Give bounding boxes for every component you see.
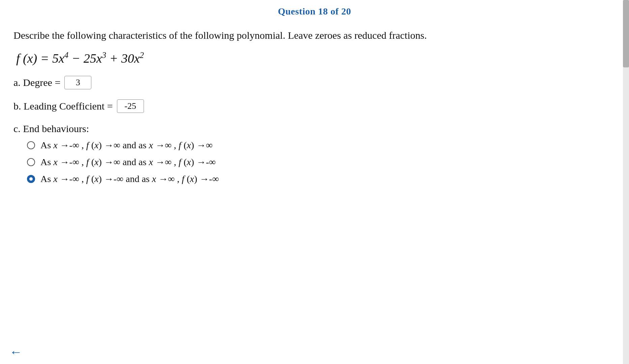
- main-content: Describe the following characteristics o…: [0, 20, 629, 364]
- polynomial-text: f (x) = 5x4 − 25x3 + 30x2: [16, 51, 144, 65]
- radio-circle-3[interactable]: [27, 175, 35, 183]
- scrollbar-track[interactable]: [623, 0, 629, 364]
- degree-input[interactable]: 3: [64, 76, 91, 89]
- question-header: Question 18 of 20: [0, 0, 629, 20]
- page-container: Question 18 of 20 Describe the following…: [0, 0, 629, 364]
- part-b-text: b. Leading Coefficient =: [13, 100, 113, 112]
- radio-circle-1[interactable]: [27, 141, 35, 149]
- radio-option-2[interactable]: As x →-∞ , f (x) →∞ and as x →∞ , f (x) …: [27, 157, 609, 168]
- end-behaviours-label: c. End behaviours:: [13, 123, 609, 134]
- question-total: 20: [341, 6, 351, 17]
- radio-circle-2[interactable]: [27, 158, 35, 166]
- part-a-text: a. Degree =: [13, 77, 60, 88]
- part-b: b. Leading Coefficient = -25: [13, 99, 609, 113]
- radio-option-3[interactable]: As x →-∞ , f (x) →-∞ and as x →∞ , f (x)…: [27, 174, 609, 184]
- part-a-label: a. Degree = 3: [13, 76, 609, 89]
- question-description: Describe the following characteristics o…: [13, 28, 469, 42]
- leading-coefficient-input[interactable]: -25: [117, 99, 144, 113]
- polynomial-display: f (x) = 5x4 − 25x3 + 30x2: [16, 51, 609, 66]
- back-button[interactable]: ←: [9, 344, 22, 359]
- option-2-text: As x →-∞ , f (x) →∞ and as x →∞ , f (x) …: [40, 157, 216, 168]
- option-3-text: As x →-∞ , f (x) →-∞ and as x →∞ , f (x)…: [40, 174, 219, 184]
- part-c: c. End behaviours: As x →-∞ , f (x) →∞ a…: [13, 123, 609, 184]
- question-number: 18: [318, 6, 328, 17]
- option-1-text: As x →-∞ , f (x) →∞ and as x →∞ , f (x) …: [40, 140, 213, 151]
- radio-option-1[interactable]: As x →-∞ , f (x) →∞ and as x →∞ , f (x) …: [27, 140, 609, 151]
- part-b-label: b. Leading Coefficient = -25: [13, 99, 609, 113]
- scrollbar-thumb[interactable]: [623, 0, 629, 67]
- header-text: Question 18 of 20: [278, 6, 351, 17]
- part-a: a. Degree = 3: [13, 76, 609, 89]
